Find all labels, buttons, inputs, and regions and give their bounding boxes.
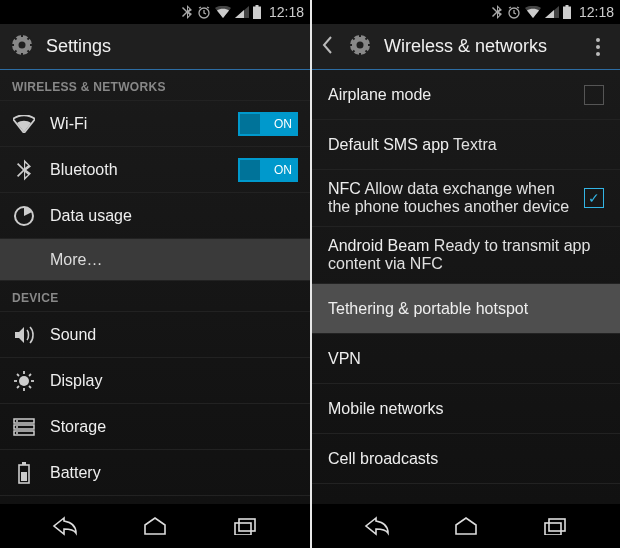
section-device: DEVICE [0,281,310,312]
data-usage-icon [12,204,36,228]
alarm-icon [507,5,521,19]
data-usage-row[interactable]: Data usage [0,193,310,239]
svg-rect-55 [545,523,561,535]
svg-rect-1 [253,7,261,20]
svg-line-22 [29,374,31,376]
wifi-icon [12,112,36,136]
settings-list: WIRELESS & NETWORKS Wi-Fi ON Bluetooth O… [0,70,310,504]
recents-button[interactable] [525,511,585,541]
android-beam-row[interactable]: Android Beam Ready to transmit app conte… [312,227,620,284]
sound-icon [12,323,36,347]
bluetooth-label: Bluetooth [50,161,224,179]
more-row[interactable]: More… [0,239,310,281]
bluetooth-icon [12,158,36,182]
svg-point-28 [16,432,18,434]
svg-rect-54 [549,519,565,531]
svg-line-9 [14,36,17,39]
app-bar: Wireless & networks [312,24,620,70]
vpn-row[interactable]: VPN [312,334,620,384]
clock: 12:18 [269,4,304,20]
wifi-label: Wi-Fi [50,115,224,133]
storage-label: Storage [50,418,298,436]
status-bar: 12:18 [312,0,620,24]
svg-point-26 [16,420,18,422]
svg-point-53 [596,52,600,56]
tethering-row[interactable]: Tethering & portable hotspot [312,284,620,334]
svg-rect-40 [565,5,568,7]
nfc-sub: Allow data exchange when the phone touch… [328,180,569,215]
airplane-mode-label: Airplane mode [328,86,431,103]
airplane-mode-row[interactable]: Airplane mode [312,70,620,120]
signal-icon [235,6,249,18]
svg-line-10 [28,50,31,53]
alarm-icon [197,5,211,19]
android-beam-label: Android Beam [328,237,429,254]
svg-line-21 [17,386,19,388]
wireless-networks-screen: 12:18 Wireless & networks Airplane mode … [310,0,620,548]
svg-point-14 [19,376,29,386]
vpn-label: VPN [328,350,361,367]
cell-broadcasts-label: Cell broadcasts [328,450,438,467]
svg-line-20 [29,386,31,388]
bluetooth-icon [181,5,193,19]
storage-icon [12,415,36,439]
svg-line-48 [366,50,369,53]
clock: 12:18 [579,4,614,20]
apps-row[interactable]: Apps [0,496,310,504]
display-row[interactable]: Display [0,358,310,404]
battery-icon [12,461,36,485]
more-label: More… [50,251,298,269]
svg-rect-36 [239,519,255,531]
display-icon [12,369,36,393]
overflow-menu-icon[interactable] [586,35,610,59]
airplane-mode-checkbox[interactable] [584,85,604,105]
bluetooth-row[interactable]: Bluetooth ON [0,147,310,193]
nav-bar [312,504,620,548]
wifi-toggle[interactable]: ON [238,112,298,136]
svg-point-27 [16,426,18,428]
app-bar: Settings [0,24,310,70]
svg-line-19 [17,374,19,376]
signal-icon [545,6,559,18]
mobile-networks-label: Mobile networks [328,400,444,417]
home-button[interactable] [125,511,185,541]
cell-broadcasts-row[interactable]: Cell broadcasts [312,434,620,484]
nfc-row[interactable]: NFC Allow data exchange when the phone t… [312,170,620,227]
svg-point-42 [357,41,364,48]
svg-line-49 [352,50,355,53]
back-button[interactable] [35,511,95,541]
back-chevron-icon[interactable] [322,36,336,58]
sound-label: Sound [50,326,298,344]
default-sms-label: Default SMS app [328,136,449,153]
wifi-row[interactable]: Wi-Fi ON [0,101,310,147]
battery-row[interactable]: Battery [0,450,310,496]
mobile-networks-row[interactable]: Mobile networks [312,384,620,434]
svg-rect-31 [21,472,27,481]
tethering-label: Tethering & portable hotspot [328,300,528,317]
home-button[interactable] [436,511,496,541]
default-sms-value: Textra [453,136,497,153]
status-bar: 12:18 [0,0,310,24]
svg-point-52 [596,45,600,49]
battery-icon [253,5,261,19]
svg-rect-37 [235,523,251,535]
default-sms-row[interactable]: Default SMS app Textra [312,120,620,170]
settings-gear-icon [348,33,372,61]
svg-line-50 [366,36,369,39]
svg-line-11 [14,50,17,53]
settings-screen: 12:18 Settings WIRELESS & NETWORKS Wi-Fi… [0,0,310,548]
wireless-list: Airplane mode Default SMS app Textra NFC… [312,70,620,504]
svg-line-47 [352,36,355,39]
nfc-checkbox[interactable] [584,188,604,208]
display-label: Display [50,372,298,390]
battery-icon [563,5,571,19]
sound-row[interactable]: Sound [0,312,310,358]
battery-label: Battery [50,464,298,482]
nav-bar [0,504,310,548]
bluetooth-toggle[interactable]: ON [238,158,298,182]
storage-row[interactable]: Storage [0,404,310,450]
page-title: Settings [46,36,300,57]
wifi-icon [525,6,541,18]
back-button[interactable] [347,511,407,541]
recents-button[interactable] [215,511,275,541]
